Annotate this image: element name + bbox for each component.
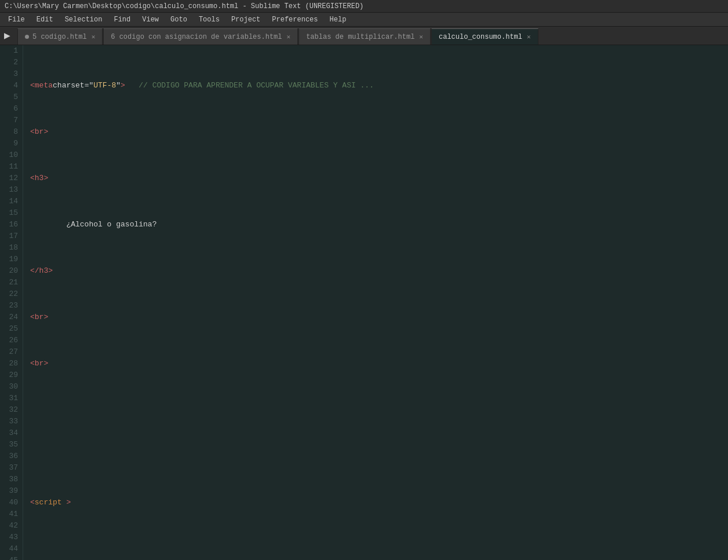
code-line-8 [30,404,728,416]
code-line-1: <meta charset="UTF-8"> // CODIGO PARA AP… [30,80,728,91]
code-line-5: </h3> [30,265,728,277]
tab-2-close[interactable]: ✕ [287,33,291,41]
code-area: 1 2 3 4 5 6 7 8 9 10 11 12 13 14 15 16 1… [0,45,728,560]
code-line-6: <br> [30,312,728,323]
code-line-7: <br> [30,358,728,369]
tab-3-label: tablas de multiplicar.html [306,33,414,41]
tab-1-label: 5 codigo.html [32,33,87,41]
code-line-3: <h3> [30,173,728,184]
tab-1-close[interactable]: ✕ [92,33,96,41]
menu-preferences[interactable]: Preferences [266,14,323,25]
menu-selection[interactable]: Selection [59,14,108,25]
tab-4-label: calculo_consumo.html [439,33,522,41]
tab-1[interactable]: 5 codigo.html ✕ [17,28,103,45]
menu-help[interactable]: Help [324,14,352,25]
tab-2-label: 6 codigo con asignacion de variables.htm… [111,33,282,41]
code-line-11 [30,543,728,555]
menu-edit[interactable]: Edit [31,14,59,25]
title-text: C:\Users\Mary Carmen\Desktop\codigo\calc… [5,2,363,10]
menu-file[interactable]: File [2,14,31,25]
code-line-9 [30,451,728,462]
tab-3[interactable]: tablas de multiplicar.html ✕ [299,28,431,45]
menu-view[interactable]: View [136,14,165,25]
tab-4-close[interactable]: ✕ [527,33,531,41]
menu-bar: File Edit Selection Find View Goto Tools… [0,13,728,27]
tab-1-dot [25,35,29,39]
code-line-10: <script > [30,497,728,508]
menu-goto[interactable]: Goto [165,14,193,25]
tab-nav-left[interactable]: ▶ [0,27,14,45]
menu-tools[interactable]: Tools [193,14,225,25]
menu-find[interactable]: Find [108,14,136,25]
menu-project[interactable]: Project [225,14,266,25]
tab-4[interactable]: calculo_consumo.html ✕ [431,28,538,45]
tab-bar: ▶ 5 codigo.html ✕ 6 codigo con asignacio… [0,27,728,45]
code-line-2: <br> [30,126,728,138]
line-numbers: 1 2 3 4 5 6 7 8 9 10 11 12 13 14 15 16 1… [0,45,23,560]
code-editor[interactable]: <meta charset="UTF-8"> // CODIGO PARA AP… [23,45,728,560]
code-line-4: ¿Alcohol o gasolina? [30,219,728,230]
tab-3-close[interactable]: ✕ [419,33,423,41]
tab-2[interactable]: 6 codigo con asignacion de variables.htm… [103,28,298,45]
title-bar: C:\Users\Mary Carmen\Desktop\codigo\calc… [0,0,728,13]
